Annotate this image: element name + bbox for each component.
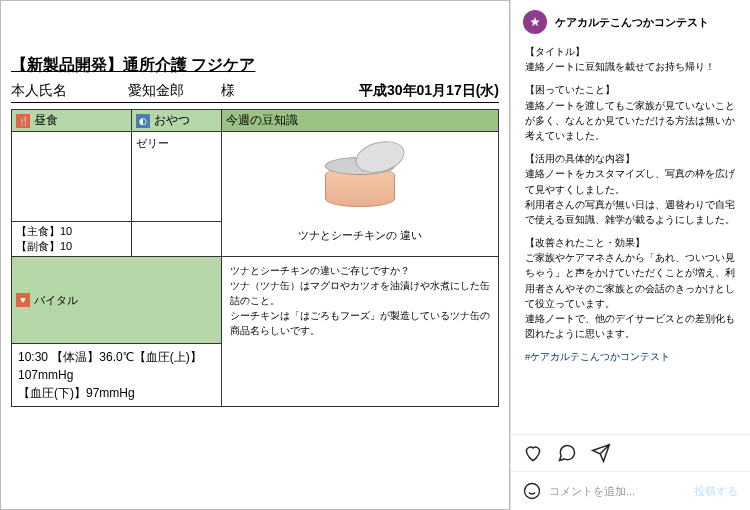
trivia-caption-cell: ツナとシーチキンの 違い <box>222 222 498 257</box>
lunch-cell <box>12 132 132 222</box>
hashtag[interactable]: #ケアカルテこんつかコンテスト <box>525 349 736 364</box>
trivia-image-cell <box>222 132 498 222</box>
vitals-body: 10:30 【体温】36.0℃【血圧(上)】107mmHg 【血圧(下)】97m… <box>12 344 222 406</box>
lunch-footer: 【主食】10 【副食】10 <box>12 222 132 257</box>
document-panel: 【新製品開発】通所介護 フジケア 本人氏名 愛知金郎 様 平成30年01月17日… <box>0 0 510 510</box>
comment-icon[interactable] <box>557 443 577 463</box>
care-chart: 🍴 昼食 ◐ おやつ 今週の豆知識 ゼリー <box>11 109 499 407</box>
emoji-icon[interactable] <box>523 482 541 500</box>
person-label: 本人氏名 <box>11 82 91 100</box>
trivia-text-cont <box>222 344 498 406</box>
meal-icon: 🍴 <box>16 114 30 128</box>
person-suffix: 様 <box>221 82 271 100</box>
trivia-text-cell: ツナとシーチキンの違いご存じですか？ ツナ（ツナ缶）はマグロやカツオを油漬けや水… <box>222 257 498 344</box>
person-name: 愛知金郎 <box>91 82 221 100</box>
document-date: 平成30年01月17日(水) <box>271 82 499 100</box>
person-info-row: 本人氏名 愛知金郎 様 平成30年01月17日(水) <box>11 80 499 103</box>
snack-header: ◐ おやつ <box>132 110 222 132</box>
comment-bar: コメントを追加... 投稿する <box>511 471 750 510</box>
document-title: 【新製品開発】通所介護 フジケア <box>11 51 499 80</box>
action-bar <box>511 434 750 471</box>
post-header: ケアカルテこんつかコンテスト <box>511 0 750 44</box>
post-button[interactable]: 投稿する <box>694 484 738 499</box>
snack-icon: ◐ <box>136 114 150 128</box>
trivia-header: 今週の豆知識 <box>222 110 498 132</box>
star-icon <box>529 16 541 28</box>
post-body: 【タイトル】連絡ノートに豆知識を載せてお持ち帰り！ 【困っていたこと】連絡ノート… <box>511 44 750 434</box>
vitals-icon: ♥ <box>16 293 30 307</box>
snack-footer <box>132 222 222 257</box>
username[interactable]: ケアカルテこんつかコンテスト <box>555 15 709 30</box>
care-document: 【新製品開発】通所介護 フジケア 本人氏名 愛知金郎 様 平成30年01月17日… <box>11 51 499 407</box>
avatar[interactable] <box>523 10 547 34</box>
vitals-header: ♥ バイタル <box>12 257 222 344</box>
snack-cell: ゼリー <box>132 132 222 222</box>
comment-input[interactable]: コメントを追加... <box>549 484 686 499</box>
share-icon[interactable] <box>591 443 611 463</box>
heart-icon[interactable] <box>523 443 543 463</box>
tuna-can-image <box>320 147 400 207</box>
lunch-header: 🍴 昼食 <box>12 110 132 132</box>
svg-point-0 <box>525 484 540 499</box>
social-panel: ケアカルテこんつかコンテスト 【タイトル】連絡ノートに豆知識を載せてお持ち帰り！… <box>510 0 750 510</box>
